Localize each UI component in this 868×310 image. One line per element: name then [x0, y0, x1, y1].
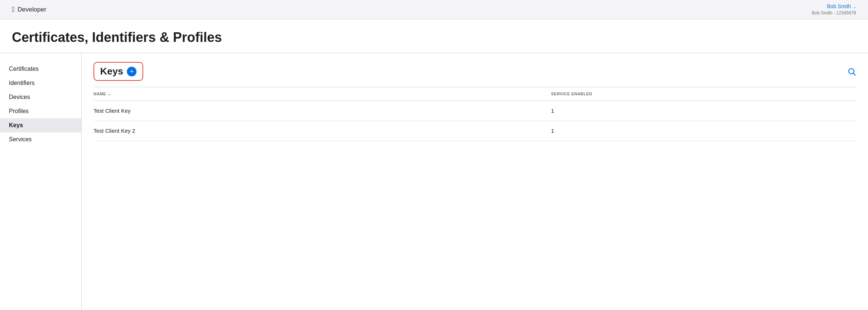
service-enabled-cell: 1 — [551, 101, 856, 121]
sidebar-item-profiles[interactable]: Profiles — [0, 104, 81, 118]
table-row[interactable]: Test Client Key 2 1 — [93, 121, 856, 141]
nav-logo-group:  Developer — [12, 5, 46, 14]
page-header: Certificates, Identifiers & Profiles — [0, 19, 868, 53]
page-title: Certificates, Identifiers & Profiles — [12, 30, 856, 45]
sidebar: Certificates Identifiers Devices Profile… — [0, 53, 82, 310]
column-header-name: NAME ⌄ — [93, 87, 551, 101]
search-icon — [847, 67, 856, 76]
nav-developer-label: Developer — [17, 6, 46, 13]
nav-user-name: Bob Smith — [827, 3, 851, 9]
sidebar-item-keys[interactable]: Keys — [0, 118, 81, 132]
keys-title: Keys — [100, 66, 123, 77]
keys-add-button[interactable]: + — [127, 67, 137, 76]
sidebar-item-services[interactable]: Services — [0, 132, 81, 146]
sidebar-item-devices[interactable]: Devices — [0, 90, 81, 104]
keys-title-group: Keys + — [93, 62, 143, 81]
sidebar-item-identifiers[interactable]: Identifiers — [0, 76, 81, 90]
service-enabled-cell: 1 — [551, 121, 856, 141]
main-layout: Certificates Identifiers Devices Profile… — [0, 53, 868, 310]
nav-user-info: Bob Smith ⌄ Bob Smith - 12345678 — [812, 3, 856, 16]
top-nav:  Developer Bob Smith ⌄ Bob Smith - 1234… — [0, 0, 868, 19]
table-header: NAME ⌄ SERVICE ENABLED — [93, 87, 856, 101]
apple-logo-icon:  — [12, 5, 14, 14]
keys-header: Keys + — [93, 53, 856, 87]
sort-arrow-icon: ⌄ — [108, 92, 111, 96]
nav-user-link[interactable]: Bob Smith ⌄ — [812, 3, 856, 9]
content-area: Keys + NAME ⌄ — [82, 53, 868, 310]
key-name-cell: Test Client Key 2 — [93, 121, 551, 141]
chevron-down-icon: ⌄ — [853, 5, 856, 9]
table-body: Test Client Key 1 Test Client Key 2 1 — [93, 101, 856, 141]
svg-line-1 — [854, 73, 856, 75]
table-row[interactable]: Test Client Key 1 — [93, 101, 856, 121]
key-name-cell: Test Client Key — [93, 101, 551, 121]
nav-account-id: Bob Smith - 12345678 — [812, 10, 856, 16]
sidebar-item-certificates[interactable]: Certificates — [0, 62, 81, 76]
search-button[interactable] — [847, 67, 856, 76]
keys-table: NAME ⌄ SERVICE ENABLED Test Client Key 1… — [93, 87, 856, 141]
column-header-service-enabled: SERVICE ENABLED — [551, 87, 856, 101]
